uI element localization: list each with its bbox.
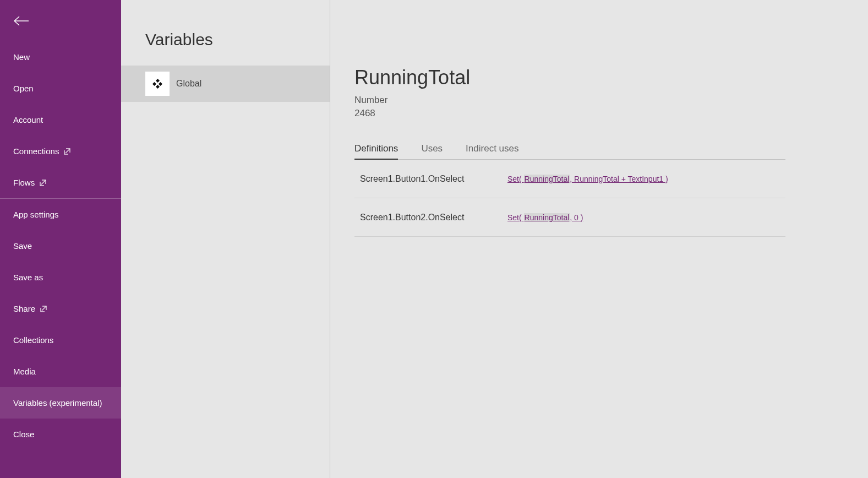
back-button[interactable]: [0, 0, 121, 41]
definition-location: Screen1.Button2.OnSelect: [360, 213, 507, 222]
arrow-left-icon: [13, 15, 30, 26]
nav-app-settings[interactable]: App settings: [0, 199, 121, 230]
nav-connections[interactable]: Connections: [0, 135, 121, 167]
variables-panel: Variables Global: [121, 0, 330, 478]
definition-row: Screen1.Button1.OnSelectSet( RunningTota…: [354, 160, 785, 198]
svg-rect-6: [159, 82, 162, 86]
svg-rect-4: [156, 79, 160, 83]
nav-share[interactable]: Share: [0, 293, 121, 324]
nav-new[interactable]: New: [0, 41, 121, 73]
definition-formula-link[interactable]: Set( RunningTotal, RunningTotal + TextIn…: [507, 175, 668, 183]
scope-item-label: Global: [176, 79, 201, 89]
nav-account[interactable]: Account: [0, 104, 121, 135]
variable-name: RunningTotal: [354, 66, 785, 89]
svg-line-3: [42, 306, 46, 311]
definition-formula-link[interactable]: Set( RunningTotal, 0 ): [507, 213, 583, 222]
definition-location: Screen1.Button1.OnSelect: [360, 174, 507, 184]
nav-item-label: New: [13, 52, 30, 62]
nav-item-label: Close: [13, 430, 34, 439]
nav-item-label: Share: [13, 304, 35, 313]
definitions-list: Screen1.Button1.OnSelectSet( RunningTota…: [354, 160, 785, 237]
definition-row: Screen1.Button2.OnSelectSet( RunningTota…: [354, 198, 785, 237]
global-icon: [145, 72, 170, 96]
nav-save-as[interactable]: Save as: [0, 262, 121, 293]
svg-rect-5: [152, 82, 156, 86]
nav-flows[interactable]: Flows: [0, 167, 121, 198]
nav-variables[interactable]: Variables (experimental): [0, 387, 121, 419]
variables-panel-title: Variables: [121, 0, 330, 66]
tab-uses[interactable]: Uses: [421, 143, 443, 159]
variable-tabs: DefinitionsUsesIndirect uses: [354, 143, 785, 160]
external-link-icon: [39, 179, 47, 187]
variable-type: Number: [354, 95, 785, 106]
nav-close[interactable]: Close: [0, 419, 121, 450]
nav-open[interactable]: Open: [0, 73, 121, 104]
nav-item-label: Variables (experimental): [13, 398, 102, 408]
svg-line-2: [41, 180, 46, 184]
nav-item-label: App settings: [13, 210, 59, 219]
nav-item-label: Account: [13, 115, 43, 124]
scope-item-global[interactable]: Global: [121, 66, 330, 102]
nav-item-label: Flows: [13, 178, 35, 187]
sidebar: NewOpenAccountConnectionsFlowsApp settin…: [0, 0, 121, 478]
nav-item-label: Open: [13, 84, 34, 93]
nav-item-label: Media: [13, 367, 36, 376]
nav-save[interactable]: Save: [0, 230, 121, 262]
external-link-icon: [40, 305, 47, 313]
variable-detail-panel: RunningTotal Number 2468 DefinitionsUses…: [330, 0, 868, 478]
nav-item-label: Connections: [13, 146, 59, 156]
nav-item-label: Collections: [13, 335, 53, 345]
nav-collections[interactable]: Collections: [0, 324, 121, 356]
tab-definitions[interactable]: Definitions: [354, 143, 398, 160]
external-link-icon: [63, 148, 71, 155]
variable-value: 2468: [354, 108, 785, 119]
nav-media[interactable]: Media: [0, 356, 121, 387]
nav-item-label: Save: [13, 241, 32, 251]
svg-rect-7: [156, 85, 160, 89]
nav-item-label: Save as: [13, 273, 43, 282]
svg-line-1: [65, 149, 70, 153]
tab-indirect-uses[interactable]: Indirect uses: [466, 143, 518, 159]
